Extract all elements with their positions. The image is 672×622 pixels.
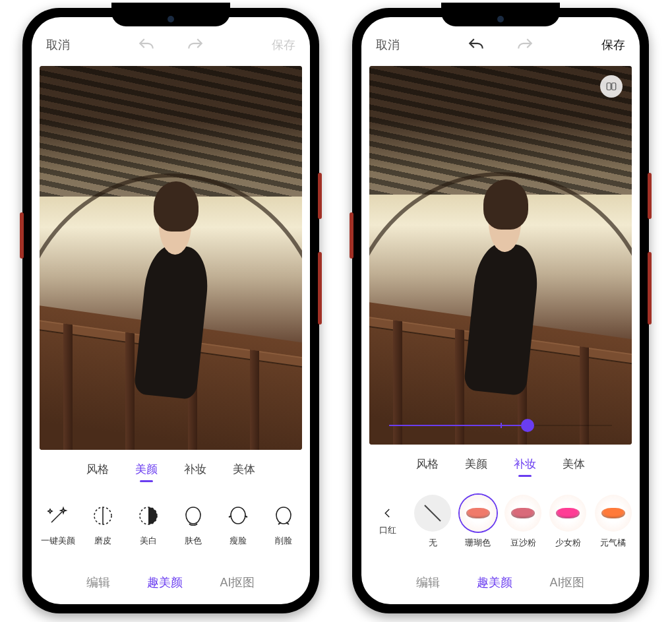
subtab-body[interactable]: 美体 [233, 462, 255, 477]
lip-swatch-icon [549, 495, 586, 532]
cancel-button[interactable]: 取消 [46, 37, 70, 53]
tool-label: 削脸 [275, 535, 292, 547]
lip-swatch-icon [504, 495, 541, 532]
tool-skin-tone[interactable]: 肤色 [171, 502, 216, 547]
beauty-tool-row: 一键美颜 磨皮 美白 肤色 瘦脸 [32, 488, 310, 561]
bottom-tab-beauty[interactable]: 趣美颜 [147, 575, 183, 590]
none-icon [414, 495, 451, 532]
tool-label: 肤色 [185, 535, 202, 547]
lipstick-none[interactable]: 无 [410, 495, 455, 549]
tool-slim-face[interactable]: 瘦脸 [216, 502, 260, 547]
power-button [318, 173, 322, 219]
lipstick-label: 珊瑚色 [465, 537, 491, 549]
cancel-button[interactable]: 取消 [376, 37, 400, 53]
subtab-makeup[interactable]: 补妆 [514, 456, 536, 472]
subtab-body[interactable]: 美体 [563, 456, 585, 472]
lip-swatch-icon [460, 495, 497, 532]
bottom-tab-ai-cutout[interactable]: AI抠图 [549, 575, 584, 590]
tool-smooth[interactable]: 磨皮 [80, 502, 125, 547]
lipstick-orange[interactable]: 元气橘 [591, 495, 636, 549]
lip-swatch-icon [595, 495, 632, 532]
undo-redo-group [468, 36, 534, 53]
redo-icon[interactable] [187, 36, 204, 53]
power-button [648, 173, 652, 219]
volume-button [318, 252, 322, 325]
tool-whiten[interactable]: 美白 [126, 502, 171, 547]
bottom-tab-ai-cutout[interactable]: AI抠图 [220, 575, 255, 590]
back-category-label: 口红 [379, 524, 396, 536]
chevron-left-icon [374, 507, 402, 519]
photo-preview[interactable] [369, 66, 632, 445]
lipstick-bean[interactable]: 豆沙粉 [501, 495, 545, 549]
lipstick-label: 少女粉 [555, 537, 581, 549]
slider-track [389, 425, 612, 426]
compare-icon [605, 80, 617, 92]
lipstick-row: 口红 无 珊瑚色 豆沙粉 少女粉 [361, 483, 640, 561]
beauty-subtabs: 风格 美颜 补妆 美体 [32, 450, 310, 488]
side-button [350, 212, 353, 259]
bottom-tab-beauty[interactable]: 趣美颜 [477, 575, 512, 590]
tool-label: 磨皮 [94, 535, 111, 547]
subtab-style[interactable]: 风格 [86, 462, 109, 477]
lipstick-label: 无 [429, 537, 437, 549]
subtab-style[interactable]: 风格 [416, 456, 439, 472]
magic-wand-icon [44, 502, 72, 530]
undo-redo-group [138, 36, 204, 53]
tool-label: 美白 [140, 535, 157, 547]
intensity-slider[interactable] [369, 406, 632, 445]
tool-jaw[interactable]: 削脸 [261, 502, 306, 547]
tool-label: 一键美颜 [41, 535, 75, 547]
screen-left: 取消 保存 风格 美颜 补妆 美体 [32, 17, 310, 604]
phone-mockup-right: 取消 保存 [352, 8, 649, 613]
side-button [20, 212, 24, 259]
smooth-icon [89, 502, 117, 530]
undo-icon[interactable] [468, 36, 485, 53]
bottom-tabs: 编辑 趣美颜 AI抠图 [32, 561, 310, 604]
phone-notch [111, 3, 230, 26]
save-button[interactable]: 保存 [272, 37, 295, 53]
slider-thumb[interactable] [521, 419, 534, 432]
svg-rect-3 [612, 83, 616, 90]
undo-icon[interactable] [138, 36, 155, 53]
phone-mockup-left: 取消 保存 风格 美颜 补妆 美体 [22, 8, 319, 613]
skin-tone-icon [179, 502, 207, 530]
subtab-makeup[interactable]: 补妆 [184, 462, 206, 477]
lipstick-label: 元气橘 [600, 537, 626, 549]
slim-face-icon [224, 502, 252, 530]
photo-preview[interactable] [40, 66, 302, 450]
bottom-tab-edit[interactable]: 编辑 [86, 575, 110, 590]
screen-right: 取消 保存 [361, 17, 640, 604]
svg-rect-2 [607, 83, 611, 90]
top-bar: 取消 保存 [361, 24, 640, 66]
lipstick-label: 豆沙粉 [510, 537, 536, 549]
bottom-tabs: 编辑 趣美颜 AI抠图 [361, 561, 640, 604]
compare-toggle[interactable] [600, 75, 623, 98]
tool-auto-beauty[interactable]: 一键美颜 [36, 502, 80, 547]
lipstick-girl-pink[interactable]: 少女粉 [545, 495, 590, 549]
redo-icon[interactable] [516, 36, 534, 53]
tool-label: 瘦脸 [229, 535, 247, 547]
volume-button [648, 252, 652, 325]
subtab-beauty[interactable]: 美颜 [135, 462, 158, 477]
subtab-beauty[interactable]: 美颜 [465, 456, 487, 472]
save-button[interactable]: 保存 [601, 37, 625, 53]
jaw-icon [270, 502, 297, 530]
lipstick-back[interactable]: 口红 [365, 507, 410, 536]
whiten-icon [135, 502, 162, 530]
top-bar: 取消 保存 [32, 24, 310, 66]
phone-notch [441, 3, 560, 26]
lipstick-coral[interactable]: 珊瑚色 [456, 495, 501, 549]
beauty-subtabs: 风格 美颜 补妆 美体 [361, 445, 640, 483]
bottom-tab-edit[interactable]: 编辑 [416, 575, 440, 590]
